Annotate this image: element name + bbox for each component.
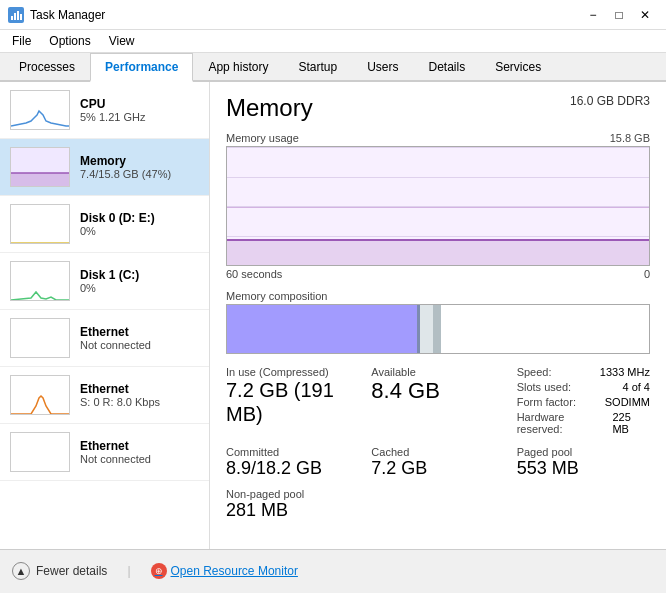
ethernet1-info: Ethernet Not connected — [80, 325, 199, 351]
stat-nonpaged-pool: Non-paged pool 281 MB — [226, 488, 359, 522]
chart-time-end: 0 — [644, 268, 650, 280]
stat-cached-value: 7.2 GB — [371, 458, 504, 480]
sidebar-item-ethernet1[interactable]: Ethernet Not connected — [0, 310, 209, 367]
disk1-title: Disk 1 (C:) — [80, 268, 199, 282]
ethernet3-sub: Not connected — [80, 453, 199, 465]
stat-slots-value: 4 of 4 — [622, 381, 650, 393]
ethernet1-title: Ethernet — [80, 325, 199, 339]
stat-paged-label: Paged pool — [517, 446, 650, 458]
ethernet3-title: Ethernet — [80, 439, 199, 453]
tab-startup[interactable]: Startup — [283, 53, 352, 82]
stat-paged-value: 553 MB — [517, 458, 650, 480]
menu-options[interactable]: Options — [41, 32, 98, 50]
detail-title: Memory — [226, 94, 313, 122]
stat-available: Available 8.4 GB — [371, 366, 504, 438]
resource-monitor-icon: ⊕ — [151, 563, 167, 579]
ethernet1-sub: Not connected — [80, 339, 199, 351]
memory-thumbnail — [10, 147, 70, 187]
stat-hw-label: Hardware reserved: — [517, 411, 613, 435]
svg-rect-0 — [11, 16, 13, 20]
svg-rect-1 — [14, 13, 16, 20]
separator: | — [127, 564, 130, 578]
memory-usage-chart — [226, 146, 650, 266]
fewer-details-button[interactable]: ▲ Fewer details — [12, 562, 107, 580]
stat-form-value: SODIMM — [605, 396, 650, 408]
close-button[interactable]: ✕ — [632, 5, 658, 25]
svg-rect-11 — [11, 319, 70, 358]
menu-file[interactable]: File — [4, 32, 39, 50]
comp-in-use-bar — [227, 305, 417, 353]
composition-chart — [226, 304, 650, 354]
ethernet3-thumbnail — [10, 432, 70, 472]
tab-processes[interactable]: Processes — [4, 53, 90, 82]
tab-bar: Processes Performance App history Startu… — [0, 53, 666, 82]
ethernet2-thumbnail — [10, 375, 70, 415]
svg-rect-6 — [11, 173, 70, 187]
disk1-thumbnail — [10, 261, 70, 301]
stat-available-value: 8.4 GB — [371, 378, 504, 404]
comp-label: Memory composition — [226, 290, 650, 302]
comp-standby-bar — [433, 305, 441, 353]
tab-details[interactable]: Details — [413, 53, 480, 82]
stat-hw-row: Hardware reserved: 225 MB — [517, 411, 650, 435]
tab-performance[interactable]: Performance — [90, 53, 193, 82]
tab-app-history[interactable]: App history — [193, 53, 283, 82]
svg-rect-3 — [20, 14, 22, 20]
title-bar: Task Manager − □ ✕ — [0, 0, 666, 30]
chart-max: 15.8 GB — [610, 132, 650, 144]
disk1-info: Disk 1 (C:) 0% — [80, 268, 199, 294]
memory-sub: 7.4/15.8 GB (47%) — [80, 168, 199, 180]
window-controls: − □ ✕ — [580, 5, 658, 25]
fewer-details-label: Fewer details — [36, 564, 107, 578]
stat-nonpaged-value: 281 MB — [226, 500, 359, 522]
svg-rect-8 — [11, 205, 70, 244]
comp-modified-bar — [420, 305, 433, 353]
memory-usage-section: Memory usage 15.8 GB 60 seconds 0 — [226, 132, 650, 280]
chart-label: Memory usage — [226, 132, 299, 144]
stat-speed-value: 1333 MHz — [600, 366, 650, 378]
detail-panel: Memory 16.0 GB DDR3 Memory usage 15.8 GB — [210, 82, 666, 549]
memory-info: Memory 7.4/15.8 GB (47%) — [80, 154, 199, 180]
stat-speed-row: Speed: 1333 MHz — [517, 366, 650, 378]
sidebar-item-disk0[interactable]: Disk 0 (D: E:) 0% — [0, 196, 209, 253]
stat-paged-pool: Paged pool 553 MB — [517, 446, 650, 480]
disk0-info: Disk 0 (D: E:) 0% — [80, 211, 199, 237]
stat-in-use-label: In use (Compressed) — [226, 366, 359, 378]
stat-form-label: Form factor: — [517, 396, 576, 408]
stat-committed-label: Committed — [226, 446, 359, 458]
stat-slots-row: Slots used: 4 of 4 — [517, 381, 650, 393]
disk0-title: Disk 0 (D: E:) — [80, 211, 199, 225]
ethernet2-info: Ethernet S: 0 R: 8.0 Kbps — [80, 382, 199, 408]
menu-view[interactable]: View — [101, 32, 143, 50]
disk0-sub: 0% — [80, 225, 199, 237]
tab-users[interactable]: Users — [352, 53, 413, 82]
usage-line — [227, 239, 649, 241]
right-stats: Speed: 1333 MHz Slots used: 4 of 4 Form … — [517, 366, 650, 438]
open-resource-monitor-link[interactable]: ⊕ Open Resource Monitor — [151, 563, 298, 579]
sidebar-item-ethernet3[interactable]: Ethernet Not connected — [0, 424, 209, 481]
disk1-sub: 0% — [80, 282, 199, 294]
svg-rect-13 — [11, 433, 70, 472]
tab-services[interactable]: Services — [480, 53, 556, 82]
sidebar-item-memory[interactable]: Memory 7.4/15.8 GB (47%) — [0, 139, 209, 196]
stat-in-use-value: 7.2 GB (191 MB) — [226, 378, 359, 426]
stat-cached-label: Cached — [371, 446, 504, 458]
sidebar-item-cpu[interactable]: CPU 5% 1.21 GHz — [0, 82, 209, 139]
maximize-button[interactable]: □ — [606, 5, 632, 25]
memory-title: Memory — [80, 154, 199, 168]
stat-cached: Cached 7.2 GB — [371, 446, 504, 480]
app-icon — [8, 7, 24, 23]
sidebar-item-disk1[interactable]: Disk 1 (C:) 0% — [0, 253, 209, 310]
stat-committed-value: 8.9/18.2 GB — [226, 458, 359, 480]
disk0-thumbnail — [10, 204, 70, 244]
app-title: Task Manager — [30, 8, 105, 22]
bottom-bar: ▲ Fewer details | ⊕ Open Resource Monito… — [0, 549, 666, 591]
stat-form-row: Form factor: SODIMM — [517, 396, 650, 408]
fewer-details-icon: ▲ — [12, 562, 30, 580]
detail-header: Memory 16.0 GB DDR3 — [226, 94, 650, 122]
ethernet2-title: Ethernet — [80, 382, 199, 396]
sidebar-item-ethernet2[interactable]: Ethernet S: 0 R: 8.0 Kbps — [0, 367, 209, 424]
open-rm-label: Open Resource Monitor — [171, 564, 298, 578]
minimize-button[interactable]: − — [580, 5, 606, 25]
ethernet1-thumbnail — [10, 318, 70, 358]
